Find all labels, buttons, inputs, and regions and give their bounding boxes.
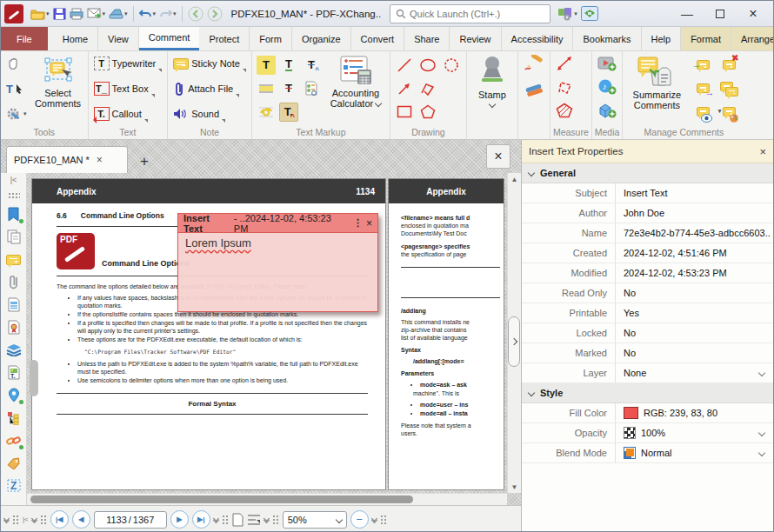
- comment-close-icon[interactable]: ×: [366, 217, 372, 229]
- draw-cloud-button[interactable]: [442, 56, 461, 75]
- tab-bookmarks[interactable]: Bookmarks: [573, 27, 641, 50]
- tab-file[interactable]: File: [1, 27, 48, 50]
- export-comments-button[interactable]: →: [693, 79, 712, 98]
- save-button[interactable]: [51, 3, 68, 24]
- draw-polygon-button[interactable]: [418, 103, 437, 122]
- toolbar-grip-3[interactable]: [222, 515, 229, 525]
- page-layout-icon[interactable]: [232, 513, 244, 527]
- first-page-button[interactable]: |◀: [50, 510, 69, 529]
- collapse-toolbar-chevron-2[interactable]: [32, 516, 37, 522]
- tab-review[interactable]: Review: [450, 27, 501, 50]
- comment-styles-button[interactable]: [719, 103, 738, 122]
- show-comments-button[interactable]: [719, 79, 738, 98]
- open-button[interactable]: ▾: [29, 3, 51, 24]
- new-tab-button[interactable]: +: [133, 150, 156, 173]
- squiggly-underline-button[interactable]: [257, 103, 276, 122]
- text-box-dropdown[interactable]: [151, 94, 155, 97]
- fit-width-icon[interactable]: [247, 514, 261, 526]
- draw-arrow-button[interactable]: [395, 79, 414, 98]
- underline-text-button[interactable]: T: [279, 56, 298, 75]
- import-comments-button[interactable]: →: [693, 56, 712, 75]
- comments-pane-button[interactable]: [5, 251, 23, 268]
- comment-options-icon[interactable]: ⋮: [353, 217, 363, 229]
- last-page-button[interactable]: ▶|: [192, 510, 210, 529]
- typewriter-dropdown[interactable]: [158, 69, 162, 72]
- tab-format[interactable]: Format: [681, 27, 731, 50]
- add-video-button[interactable]: [595, 53, 619, 74]
- content-pane-button[interactable]: T.: [5, 364, 23, 381]
- insert-text-comment-popup[interactable]: Insert Text - ..2024-12-02, 4:53:23 PM ⋮…: [177, 213, 378, 312]
- maximize-button[interactable]: [704, 3, 737, 25]
- typewriter-button[interactable]: T Typewriter: [91, 53, 165, 74]
- pencil-tool-button[interactable]: [521, 53, 547, 74]
- callout-button[interactable]: T. Callout: [91, 103, 150, 124]
- strikeout-text-button[interactable]: T: [279, 79, 298, 98]
- structure-pane-button[interactable]: [5, 409, 23, 426]
- bookmarks-pane-button[interactable]: [5, 206, 23, 223]
- text-box-button[interactable]: T_ Text Box: [91, 78, 157, 99]
- horizontal-scrollbar[interactable]: [27, 493, 507, 505]
- attachments-pane-button[interactable]: [5, 274, 23, 290]
- page-number-input[interactable]: 1133/1367: [94, 511, 167, 529]
- measure-distance-button[interactable]: [553, 53, 576, 74]
- previous-page-button[interactable]: ◀: [72, 510, 90, 529]
- customize-dropdown-arrow[interactable]: ▾: [574, 10, 577, 17]
- scroll-down-arrow[interactable]: ▼: [511, 481, 518, 493]
- quick-launch-box[interactable]: [390, 4, 550, 23]
- add-audio-button[interactable]: ♪: [595, 76, 619, 97]
- sound-button[interactable]: Sound: [170, 103, 228, 124]
- scan-button[interactable]: ▾: [107, 3, 130, 24]
- nav-forward-button[interactable]: [205, 3, 224, 24]
- keep-tool-comments-button[interactable]: ✚: [719, 56, 738, 75]
- redo-button[interactable]: ▾: [157, 3, 178, 24]
- undo-dropdown-arrow[interactable]: ▾: [153, 10, 157, 17]
- links-pane-button[interactable]: [5, 432, 23, 449]
- tab-help[interactable]: Help: [642, 27, 682, 50]
- comment-popup-header[interactable]: Insert Text - ..2024-12-02, 4:53:23 PM ⋮…: [178, 214, 377, 233]
- thumbnails-pane-button[interactable]: [5, 229, 23, 245]
- toolbar-grip-2[interactable]: [40, 515, 47, 525]
- close-window-button[interactable]: ×: [737, 3, 770, 25]
- draw-rectangle-button[interactable]: [395, 103, 414, 122]
- tab-form[interactable]: Form: [250, 27, 292, 50]
- marked-value[interactable]: No: [616, 348, 773, 358]
- name-value[interactable]: 72e3e4b2-b774-45e3-adbcc6603..: [616, 228, 773, 238]
- draw-polyline-button[interactable]: [418, 79, 437, 98]
- layers-pane-button[interactable]: [5, 342, 23, 358]
- zoom-out-button[interactable]: −: [350, 510, 369, 529]
- comment-popup-body[interactable]: Lorem Ipsum: [178, 233, 377, 311]
- opacity-select[interactable]: 100%: [616, 427, 773, 439]
- fields-pane-button[interactable]: [5, 296, 23, 313]
- accounting-calculator-dropdown[interactable]: [375, 100, 382, 107]
- collapse-toolbar-chevron-5[interactable]: [372, 516, 377, 522]
- strikeout-caret-button[interactable]: T^: [302, 56, 321, 75]
- blend-mode-dropdown-chevron[interactable]: [758, 449, 765, 456]
- customize-ui-button[interactable]: ▾: [556, 3, 579, 24]
- opacity-dropdown-chevron[interactable]: [758, 429, 765, 436]
- app-logo-icon[interactable]: [4, 4, 23, 23]
- fill-color-swatch[interactable]: [624, 407, 638, 419]
- undo-button[interactable]: ▾: [137, 3, 158, 24]
- tab-comment[interactable]: Comment: [139, 27, 200, 50]
- horizontal-scroll-thumb[interactable]: [30, 495, 413, 503]
- next-page-button[interactable]: ▶: [170, 510, 189, 529]
- collapse-toolbar-chevron-4[interactable]: [264, 516, 269, 522]
- comment-text[interactable]: Lorem Ipsum: [185, 236, 251, 249]
- tab-share[interactable]: Share: [404, 27, 450, 50]
- properties-close-icon[interactable]: ×: [759, 145, 766, 158]
- summarize-comments-button[interactable]: Summarize Comments: [625, 53, 688, 113]
- tools-settings-button[interactable]: ▾: [3, 103, 30, 124]
- tab-convert[interactable]: Convert: [351, 27, 405, 50]
- collapse-sidebar-button[interactable]: |<: [5, 175, 23, 185]
- highlight-text-button[interactable]: T: [257, 56, 276, 75]
- tab-organize[interactable]: Organize: [292, 27, 351, 50]
- attach-file-button[interactable]: Attach File: [170, 78, 242, 99]
- printable-value[interactable]: Yes: [616, 308, 773, 318]
- vertical-scroll-thumb[interactable]: [30, 360, 38, 396]
- insert-text-button[interactable]: T.^: [279, 103, 298, 122]
- tags-pane-button[interactable]: [5, 455, 23, 471]
- toolbar-grip-5[interactable]: [380, 515, 387, 525]
- spell-check-document-button[interactable]: [302, 79, 321, 98]
- stamp-button[interactable]: Stamp: [470, 53, 515, 110]
- highlight-area-button[interactable]: [257, 79, 276, 98]
